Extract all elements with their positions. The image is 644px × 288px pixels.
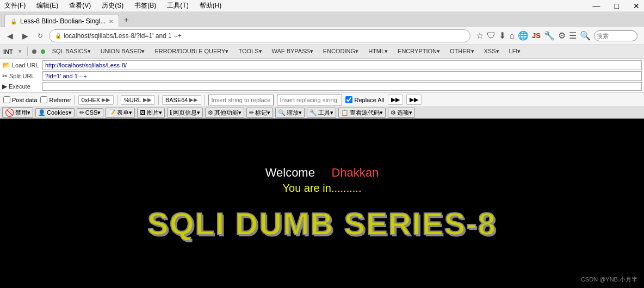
disable-label: 禁用▾ [15, 109, 30, 117]
page-info-label: 网页信息▾ [173, 109, 200, 117]
main-content: Welcome Dhakkan You are in.......... SQL… [0, 119, 644, 288]
post-data-checkbox[interactable]: Post data [3, 96, 37, 103]
mark-icon: ✏ [249, 109, 254, 116]
url-encode-label: %URL [124, 97, 141, 103]
menu-bar: 文件(F) 编辑(E) 查看(V) 历史(S) 书签(B) 工具(T) 帮助(H… [0, 0, 644, 12]
url-input-2[interactable] [42, 71, 642, 81]
hex-encode-button[interactable]: 0xHEX ▶▶ [78, 95, 114, 105]
sqli-basics[interactable]: SQL BASICS▾ [49, 47, 94, 55]
shield-icon[interactable]: 🛡 [487, 31, 496, 41]
sqli-html[interactable]: HTML▾ [366, 47, 391, 55]
replace-all-check[interactable] [345, 96, 352, 103]
options-button[interactable]: ⚙ 选项▾ [388, 108, 415, 118]
other-functions-button[interactable]: ⚙ 其他功能▾ [205, 108, 244, 118]
load-url-button[interactable]: 📂 Load URL [2, 61, 40, 69]
menu-help[interactable]: 帮助(H) [197, 0, 224, 11]
other-icon: ⚙ [208, 109, 213, 116]
sqli-union-based[interactable]: UNION BASED▾ [98, 47, 148, 55]
options-icon: ⚙ [391, 109, 396, 116]
base64-label: BASE64 [165, 97, 188, 103]
hex-arrow: ▶▶ [102, 97, 110, 103]
menu-tools[interactable]: 工具(T) [165, 0, 190, 11]
forms-button[interactable]: 📝 表单▾ [106, 108, 135, 118]
sqli-encoding[interactable]: ENCODING▾ [320, 47, 361, 55]
url-row-3: ▶ Execute [2, 82, 642, 91]
sqli-lfi[interactable]: LFI▾ [506, 47, 524, 55]
zoom-button[interactable]: 🔍 缩放▾ [275, 108, 305, 118]
sqli-separator [27, 47, 28, 56]
address-bar[interactable]: 🔒 localhost/sqlilabs/Less-8/?id=1' and 1… [49, 29, 470, 42]
url-input-3[interactable] [42, 82, 642, 91]
sqli-type-label[interactable]: INT [3, 48, 13, 55]
replacing-string-input[interactable] [277, 95, 342, 105]
back-button[interactable]: ◀ [3, 29, 16, 42]
url-encode-button[interactable]: %URL ▶▶ [121, 95, 155, 105]
tab-close-button[interactable]: ✕ [109, 18, 113, 24]
search-input[interactable] [594, 30, 637, 41]
referrer-checkbox[interactable]: Referrer [40, 96, 71, 103]
sqli-other[interactable]: OTHER▾ [447, 47, 477, 55]
menu-edit[interactable]: 编辑(E) [34, 0, 60, 11]
bottom-toolbar: 🚫 禁用▾ 👤 Cookies▾ ✏ CSS▾ 📝 表单▾ 🖼 图片▾ ℹ 网页… [0, 107, 644, 119]
view-source-button[interactable]: 📋 查看源代码▾ [338, 108, 386, 118]
options-label: 选项▾ [397, 109, 412, 117]
split-url-button[interactable]: ✂ Split URL [2, 72, 40, 80]
menu-history[interactable]: 历史(S) [100, 0, 126, 11]
replace-all-checkbox[interactable]: Replace All [345, 96, 384, 103]
insert-string-input[interactable] [208, 95, 274, 105]
window-minimize[interactable]: — [591, 1, 603, 11]
menu-bookmarks[interactable]: 书签(B) [132, 0, 158, 11]
globe-icon[interactable]: 🌐 [518, 30, 529, 41]
page-info-button[interactable]: ℹ 网页信息▾ [167, 108, 203, 118]
replace-arrow-left[interactable]: ▶▶ [388, 95, 403, 105]
search-icon[interactable]: 🔍 [580, 30, 591, 41]
settings-icon[interactable]: ⚙ [558, 30, 566, 41]
menu-file[interactable]: 文件(F) [2, 0, 28, 11]
window-close[interactable]: ✕ [631, 1, 642, 11]
menu-icon[interactable]: ☰ [569, 30, 577, 41]
cookies-button[interactable]: 👤 Cookies▾ [35, 108, 75, 117]
css-icon: ✏ [79, 109, 84, 116]
page-info-icon: ℹ [170, 109, 172, 116]
reload-button[interactable]: ↻ [34, 29, 47, 42]
extension-icon[interactable]: 🔧 [544, 30, 555, 41]
welcome-word: Welcome [265, 166, 315, 179]
download-icon[interactable]: ⬇ [499, 30, 506, 41]
sqli-dropdown-arrow[interactable]: ▼ [17, 48, 23, 54]
execute-button[interactable]: ▶ Execute [2, 83, 40, 90]
forward-button[interactable]: ▶ [18, 29, 32, 42]
sqli-error-double[interactable]: ERROR/DOUBLE QUERY▾ [152, 47, 231, 55]
post-data-label: Post data [12, 97, 37, 103]
load-url-icon: 📂 [2, 61, 10, 69]
execute-icon: ▶ [2, 83, 7, 90]
zoom-label: 缩放▾ [287, 109, 302, 117]
images-button[interactable]: 🖼 图片▾ [137, 108, 165, 118]
url-input-1[interactable] [42, 60, 642, 70]
sqli-tools[interactable]: TOOLS▾ [236, 47, 264, 55]
active-tab[interactable]: 🔒 Less-8 Blind- Boolian- Singl... ✕ [4, 15, 119, 27]
base64-encode-button[interactable]: BASE64 ▶▶ [162, 95, 202, 105]
images-label: 图片▾ [147, 109, 162, 117]
welcome-line: Welcome Dhakkan [147, 166, 497, 180]
forms-icon: 📝 [108, 109, 116, 116]
referrer-label: Referrer [49, 97, 71, 103]
js-icon[interactable]: JS [532, 32, 541, 40]
split-url-icon: ✂ [2, 72, 8, 80]
css-button[interactable]: ✏ CSS▾ [77, 108, 104, 117]
mark-button[interactable]: ✏ 标记▾ [246, 108, 273, 118]
sqli-encryption[interactable]: ENCRYPTION▾ [395, 47, 443, 55]
enc-divider-1 [75, 95, 75, 105]
enc-divider-3 [158, 95, 159, 105]
new-tab-button[interactable]: + [119, 13, 133, 27]
replace-arrow-right[interactable]: ▶▶ [406, 95, 422, 105]
sqli-xss[interactable]: XSS▾ [481, 47, 502, 55]
sqli-waf-bypass[interactable]: WAF BYPASS▾ [269, 47, 316, 55]
disable-button[interactable]: 🚫 禁用▾ [2, 107, 33, 118]
menu-view[interactable]: 查看(V) [67, 0, 93, 11]
tools-button[interactable]: 🔧 工具▾ [307, 108, 336, 118]
post-data-check[interactable] [3, 96, 10, 103]
referrer-check[interactable] [40, 96, 47, 103]
window-maximize[interactable]: □ [612, 1, 621, 11]
star-icon[interactable]: ☆ [476, 30, 484, 41]
home-icon[interactable]: ⌂ [509, 31, 515, 41]
